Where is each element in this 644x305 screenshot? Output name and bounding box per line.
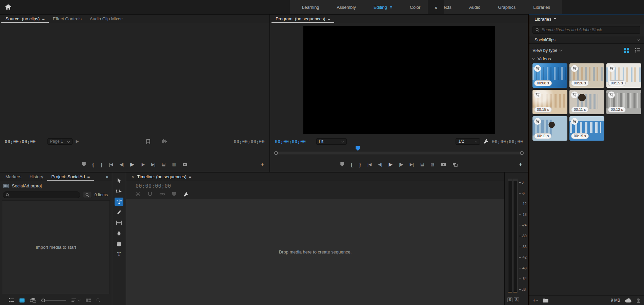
- video-thumbnail[interactable]: 00:11 s: [569, 90, 604, 114]
- panel-menu-icon[interactable]: ≡: [554, 17, 557, 22]
- freeform-view-icon[interactable]: [30, 298, 36, 303]
- play-icon[interactable]: ▶: [389, 161, 393, 167]
- export-frame-icon[interactable]: [441, 162, 446, 166]
- panel-overflow-icon[interactable]: »: [102, 172, 112, 181]
- playhead-marker[interactable]: [356, 146, 360, 151]
- workspace-tab-color[interactable]: Color: [401, 0, 429, 14]
- workspace-overflow-button[interactable]: »: [428, 0, 444, 14]
- step-forward-icon[interactable]: |▶: [399, 162, 403, 167]
- panel-menu-icon[interactable]: ≡: [87, 174, 90, 179]
- nest-sequences-icon[interactable]: [136, 192, 140, 197]
- mark-in-icon[interactable]: {: [92, 162, 94, 167]
- mark-out-icon[interactable]: }: [101, 162, 103, 167]
- tab-history[interactable]: History: [25, 172, 47, 181]
- button-editor-icon[interactable]: +: [519, 161, 522, 168]
- workspace-tab-audio[interactable]: Audio: [460, 0, 489, 14]
- find-icon[interactable]: [96, 298, 100, 302]
- library-select[interactable]: SocialClips: [529, 36, 644, 44]
- workspace-tab-assembly[interactable]: Assembly: [328, 0, 365, 14]
- insert-icon[interactable]: ▤: [162, 162, 165, 167]
- thumbnail-zoom-slider[interactable]: [41, 299, 66, 302]
- video-thumbnail[interactable]: 00:08 s: [532, 63, 567, 88]
- zoom-level-select[interactable]: Fit: [316, 138, 347, 145]
- cart-icon[interactable]: [571, 92, 578, 98]
- solo-right-button[interactable]: S: [514, 297, 519, 302]
- workspace-tab-learning[interactable]: Learning: [293, 0, 328, 14]
- close-panel-icon[interactable]: ×: [132, 174, 134, 179]
- workspace-tab-libraries[interactable]: Libraries: [524, 0, 559, 14]
- scrollbar-handle-left[interactable]: [274, 151, 278, 155]
- timeline-settings-wrench-icon[interactable]: [183, 192, 188, 197]
- mark-out-icon[interactable]: }: [359, 162, 361, 167]
- button-editor-icon[interactable]: +: [260, 161, 264, 168]
- home-icon[interactable]: [5, 4, 12, 11]
- workspace-tab-editing[interactable]: Editing ≡: [365, 0, 401, 14]
- workspace-tab-graphics[interactable]: Graphics: [489, 0, 524, 14]
- cart-icon[interactable]: [571, 118, 578, 125]
- tab-program[interactable]: Program: (no sequences) ≡: [271, 15, 334, 23]
- tab-project[interactable]: Project: SocialAd ≡: [47, 172, 94, 181]
- tab-source[interactable]: Source: (no clips) ≡: [1, 15, 49, 23]
- video-thumbnail[interactable]: 00:12 s: [606, 90, 641, 114]
- tab-libraries[interactable]: Libraries ≡: [530, 15, 560, 23]
- panel-menu-icon[interactable]: ≡: [189, 174, 192, 179]
- playback-resolution-select[interactable]: 1/2: [456, 138, 480, 145]
- pen-tool[interactable]: [115, 229, 123, 237]
- tab-timeline[interactable]: × Timeline: (no sequences) ≡: [127, 172, 196, 181]
- tab-markers[interactable]: Markers: [1, 172, 25, 181]
- settings-wrench-icon[interactable]: [483, 139, 488, 144]
- step-back-icon[interactable]: ◀|: [378, 162, 382, 167]
- scrollbar-handle-right[interactable]: [520, 151, 524, 155]
- cart-icon[interactable]: [571, 65, 578, 72]
- list-view-icon[interactable]: [635, 48, 640, 53]
- extract-icon[interactable]: ▧: [430, 162, 434, 167]
- icon-view-icon[interactable]: [19, 298, 25, 303]
- step-back-icon[interactable]: ◀|: [120, 162, 124, 167]
- linked-selection-icon[interactable]: [160, 192, 165, 196]
- view-by-type-button[interactable]: View by type: [532, 48, 562, 53]
- video-thumbnail[interactable]: 00:19 s: [569, 116, 604, 141]
- add-marker-icon[interactable]: [340, 162, 344, 166]
- project-search-input[interactable]: [12, 192, 77, 197]
- snap-magnet-icon[interactable]: [148, 192, 152, 197]
- play-icon[interactable]: ▶: [130, 161, 134, 167]
- add-content-button[interactable]: +: [532, 298, 538, 303]
- grid-view-icon[interactable]: [624, 48, 629, 53]
- project-bin-area[interactable]: Import media to start: [2, 200, 110, 294]
- cart-icon[interactable]: [534, 92, 541, 98]
- go-to-in-icon[interactable]: |◀: [109, 162, 113, 167]
- export-frame-icon[interactable]: [182, 162, 187, 166]
- type-tool[interactable]: T: [115, 250, 123, 258]
- step-forward-icon[interactable]: |▶: [141, 162, 145, 167]
- tab-audio-clip-mixer[interactable]: Audio Clip Mixer:: [86, 15, 127, 23]
- razor-tool[interactable]: [115, 208, 123, 216]
- overwrite-icon[interactable]: ▥: [172, 162, 176, 167]
- cart-icon[interactable]: [534, 118, 541, 125]
- timeline-drop-zone[interactable]: Drop media here to create sequence.: [126, 199, 504, 305]
- video-thumbnail[interactable]: 00:11 s: [532, 116, 567, 141]
- cart-icon[interactable]: [534, 65, 541, 72]
- add-marker-icon[interactable]: [82, 162, 86, 166]
- hand-tool[interactable]: [115, 240, 123, 248]
- add-marker-icon[interactable]: [172, 192, 176, 196]
- list-view-icon[interactable]: [9, 298, 14, 302]
- panel-menu-icon[interactable]: ≡: [328, 16, 330, 21]
- mark-in-icon[interactable]: {: [350, 162, 353, 167]
- solo-left-button[interactable]: S: [507, 297, 512, 302]
- trash-icon[interactable]: [637, 298, 640, 303]
- drag-video-only-icon[interactable]: [146, 139, 150, 144]
- ripple-edit-tool[interactable]: [115, 198, 123, 206]
- play-page-icon[interactable]: ▶: [76, 139, 79, 144]
- go-to-out-icon[interactable]: ▶|: [151, 162, 155, 167]
- comparison-view-icon[interactable]: [452, 162, 458, 167]
- track-select-forward-tool[interactable]: [115, 187, 123, 195]
- workspace-menu-icon[interactable]: ≡: [390, 5, 393, 10]
- go-to-in-icon[interactable]: |◀: [367, 162, 371, 167]
- cart-icon[interactable]: [608, 65, 615, 72]
- project-search-box[interactable]: [3, 191, 80, 198]
- cloud-sync-icon[interactable]: [625, 298, 632, 303]
- search-bin-button[interactable]: [83, 192, 92, 198]
- videos-section-header[interactable]: Videos: [529, 55, 644, 63]
- tab-effect-controls[interactable]: Effect Controls: [49, 15, 86, 23]
- go-to-out-icon[interactable]: ▶|: [410, 162, 414, 167]
